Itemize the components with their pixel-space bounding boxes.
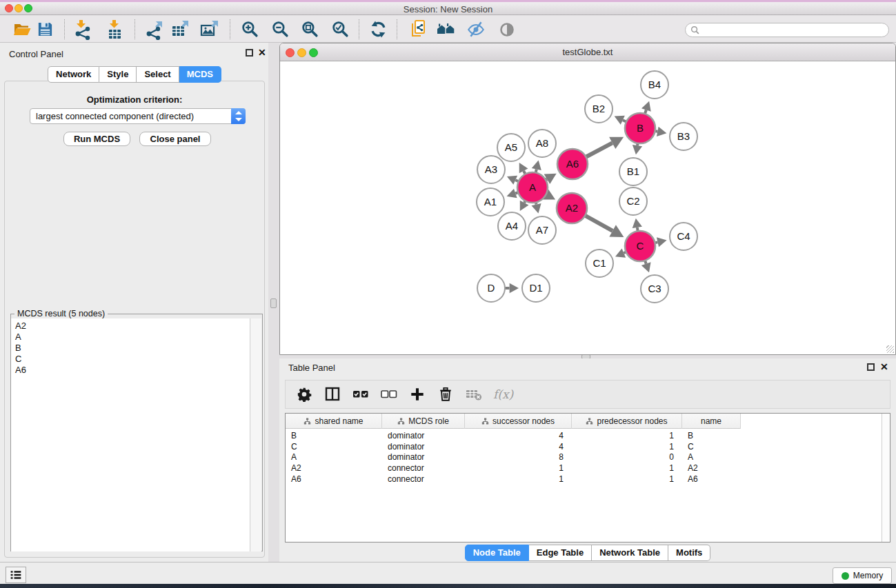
add-row-button[interactable] — [408, 385, 426, 403]
import-table-button[interactable] — [101, 18, 128, 41]
mcds-result-scrollbar[interactable] — [250, 318, 261, 551]
task-history-button[interactable] — [6, 567, 26, 583]
show-hide-graphics-button[interactable] — [463, 18, 489, 41]
graph-edge-arrowhead-icon — [657, 237, 667, 247]
close-panel-icon[interactable]: ✕ — [258, 47, 266, 58]
network-snapshot-button[interactable] — [406, 18, 432, 41]
function-builder-button[interactable]: f(x) — [493, 385, 513, 403]
import-network-icon — [72, 19, 92, 40]
eye-sphere-icon — [498, 21, 516, 39]
table-body: Bdominator41BCdominator41CAdominator80AA… — [286, 430, 890, 484]
close-panel-icon[interactable]: ✕ — [880, 361, 888, 372]
graph-node-label: A — [529, 181, 536, 193]
graph-node-label: A8 — [536, 137, 548, 149]
graph-node-label: D — [488, 282, 495, 294]
float-panel-icon[interactable] — [867, 363, 875, 371]
control-panel: Control Panel ✕ NetworkStyleSelectMCDS O… — [0, 43, 269, 562]
memory-button[interactable]: Memory — [833, 567, 892, 584]
search-input[interactable] — [699, 24, 888, 36]
mcds-result-item[interactable]: A — [11, 332, 250, 343]
graph-node-label: C3 — [648, 283, 661, 294]
table-scrollbar[interactable] — [882, 414, 890, 542]
float-panel-icon[interactable] — [246, 49, 253, 57]
eye-slash-icon — [466, 20, 486, 39]
tab-select[interactable]: Select — [137, 66, 179, 83]
column-header-shared-name[interactable]: shared name — [286, 414, 382, 429]
graph-node-label: C — [637, 240, 644, 252]
deselect-all-button[interactable] — [380, 385, 398, 403]
column-header-successor-nodes[interactable]: successor nodes — [465, 414, 572, 429]
zoom-in-icon — [241, 20, 259, 39]
export-network-button[interactable] — [141, 18, 167, 41]
table-row[interactable]: A6connector11A6 — [286, 474, 890, 485]
table-row[interactable]: A2connector11A2 — [286, 463, 890, 474]
graph-edge-arrowhead-icon — [532, 203, 541, 214]
column-header-label: MCDS role — [408, 416, 449, 426]
table-cell: A — [682, 452, 741, 462]
table-row[interactable]: Bdominator41B — [286, 430, 890, 441]
tab-edge-table[interactable]: Edge Table — [529, 545, 592, 561]
table-cell: 1 — [572, 431, 682, 440]
first-neighbors-button[interactable] — [433, 18, 459, 41]
close-panel-button[interactable]: Close panel — [139, 132, 211, 146]
column-header-MCDS-role[interactable]: MCDS role — [382, 414, 465, 429]
column-header-predecessor-nodes[interactable]: predecessor nodes — [572, 414, 682, 429]
resize-grip-icon[interactable] — [886, 345, 894, 353]
graph-node-label: B — [637, 122, 644, 134]
columns-icon — [324, 386, 341, 403]
mcds-result-item[interactable]: B — [11, 343, 250, 354]
toolbar-separator — [64, 19, 65, 39]
toolbar-separator — [135, 19, 135, 39]
import-network-button[interactable] — [69, 18, 95, 41]
tab-mcds[interactable]: MCDS — [179, 66, 221, 83]
select-all-button[interactable] — [352, 385, 370, 403]
birds-eye-view-button[interactable] — [494, 18, 520, 41]
zoom-in-button[interactable] — [237, 18, 263, 41]
show-column-button[interactable] — [323, 385, 341, 403]
application-window: Session: New Session — [0, 0, 896, 588]
save-session-button[interactable] — [32, 18, 58, 41]
tab-network[interactable]: Network — [48, 66, 99, 83]
mcds-result-item[interactable]: A6 — [11, 365, 250, 376]
tab-network-table[interactable]: Network Table — [592, 545, 668, 561]
delete-row-button[interactable] — [437, 385, 455, 403]
graph-node-label: C2 — [626, 195, 639, 207]
mcds-result-list[interactable]: A2ABCA6 — [11, 318, 250, 551]
table-cell: 1 — [572, 463, 682, 473]
memory-status-icon — [842, 572, 849, 580]
mcds-result-item[interactable]: A2 — [11, 321, 250, 332]
export-table-icon — [170, 19, 190, 40]
zoom-fit-button[interactable] — [297, 18, 323, 41]
mcds-result-item[interactable]: C — [11, 354, 250, 365]
splitter-grip[interactable] — [270, 298, 277, 308]
export-table-button[interactable] — [167, 18, 193, 41]
zoom-selected-button[interactable] — [327, 18, 353, 41]
tab-node-table[interactable]: Node Table — [465, 545, 529, 561]
refresh-view-button[interactable] — [365, 18, 391, 41]
table-tabs: Node TableEdge TableNetwork TableMotifs — [279, 545, 896, 561]
column-header-name[interactable]: name — [682, 414, 741, 429]
table-cell: A2 — [286, 463, 382, 473]
table-row[interactable]: Adominator80A — [286, 452, 890, 463]
save-floppy-icon — [37, 21, 54, 38]
network-window-title-bar[interactable]: testGlobe.txt — [280, 43, 895, 61]
tab-motifs[interactable]: Motifs — [668, 545, 710, 561]
delete-column-button[interactable] — [465, 385, 483, 403]
table-row[interactable]: Cdominator41C — [286, 441, 890, 452]
network-graph-canvas[interactable]: AA1A2A3A4A5A6A7A8BB1B2B3B4CC1C2C3C4DD1 — [280, 61, 895, 355]
criterion-dropdown[interactable]: largest connected component (directed) — [30, 108, 246, 124]
run-mcds-button[interactable]: Run MCDS — [63, 132, 130, 146]
graph-node-label: A7 — [536, 224, 548, 236]
title-bar: Session: New Session — [0, 2, 896, 15]
vertical-splitter[interactable] — [268, 43, 279, 562]
graph-node-label: C1 — [593, 257, 606, 269]
zoom-out-button[interactable] — [267, 18, 293, 41]
dropdown-stepper-icon[interactable] — [231, 108, 246, 124]
table-settings-button[interactable] — [295, 385, 313, 403]
search-field[interactable] — [685, 23, 889, 37]
unchecked-boxes-icon — [381, 388, 397, 401]
tab-style[interactable]: Style — [99, 66, 137, 83]
mcds-result-title: MCDS result (5 nodes) — [14, 309, 108, 318]
control-panel-title: Control Panel — [9, 49, 63, 59]
export-image-button[interactable] — [197, 18, 223, 41]
